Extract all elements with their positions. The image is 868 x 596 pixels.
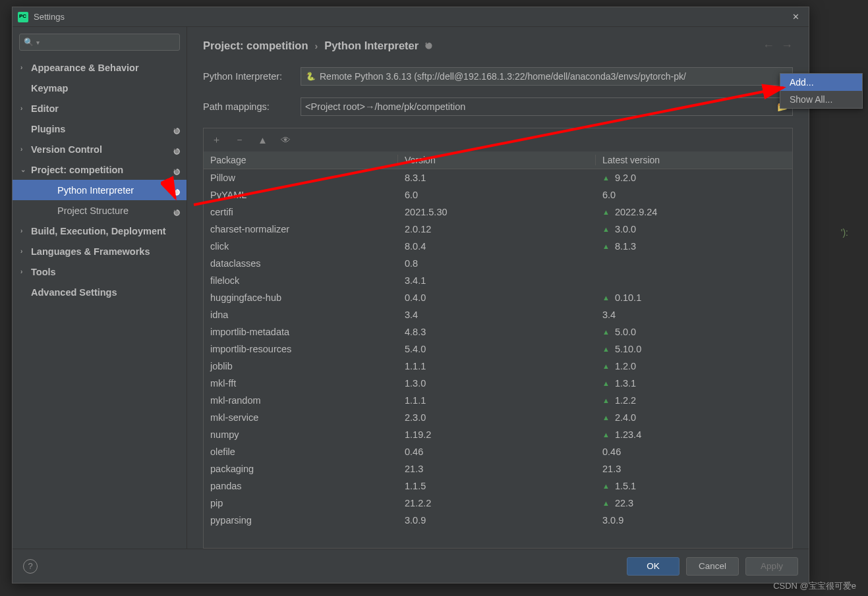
table-body[interactable]: Pillow8.3.1▲9.2.0PyYAML6.06.0certifi2021…: [204, 169, 792, 548]
sidebar-item[interactable]: ·Plugins: [13, 119, 187, 139]
table-row[interactable]: filelock3.4.1: [204, 272, 792, 289]
sidebar-item-label: Build, Execution, Deployment: [31, 226, 166, 236]
sidebar-item-label: Keymap: [31, 83, 68, 94]
sidebar-item[interactable]: ›Languages & Frameworks: [13, 241, 187, 261]
table-row[interactable]: importlib-metadata4.8.3▲5.0.0: [204, 323, 792, 340]
cell-version: 8.0.4: [398, 241, 596, 252]
table-row[interactable]: pip21.2.2▲22.3: [204, 495, 792, 512]
table-row[interactable]: certifi2021.5.30▲2022.9.24: [204, 203, 792, 221]
upgrade-available-icon: ▲: [602, 396, 610, 404]
mappings-value: <Project root>→/home/pk/competition: [305, 101, 465, 112]
nav-forward-icon[interactable]: →: [781, 39, 793, 53]
cell-latest: ▲8.1.3: [596, 241, 792, 252]
table-row[interactable]: numpy1.19.2▲1.23.4: [204, 426, 792, 443]
sidebar-item[interactable]: ·Project Structure: [13, 200, 187, 221]
sidebar-item[interactable]: ·Keymap: [13, 78, 187, 98]
cell-latest: 3.0.9: [596, 515, 792, 526]
cancel-button[interactable]: Cancel: [686, 557, 739, 576]
reset-icon[interactable]: [425, 40, 432, 52]
cell-package: PyYAML: [204, 190, 398, 200]
cell-package: olefile: [204, 447, 398, 457]
interpreter-combo[interactable]: 🐍 Remote Python 3.6.13 (sftp://dell@192.…: [301, 67, 793, 86]
table-row[interactable]: importlib-resources5.4.0▲5.10.0: [204, 340, 792, 358]
cell-package: idna: [204, 310, 398, 320]
header-package[interactable]: Package: [204, 155, 398, 165]
table-row[interactable]: dataclasses0.8: [204, 255, 792, 272]
table-row[interactable]: mkl-fft1.3.0▲1.3.1: [204, 375, 792, 392]
path-mappings-input[interactable]: <Project root>→/home/pk/competition 📁: [301, 97, 793, 116]
cell-package: numpy: [204, 429, 398, 440]
cell-latest: ▲1.23.4: [596, 429, 792, 440]
packages-table: ＋ － ▲ 👁 Package Version Latest version P…: [203, 128, 793, 549]
table-row[interactable]: mkl-random1.1.1▲1.2.2: [204, 392, 792, 409]
cell-version: 6.0: [398, 190, 596, 200]
cell-package: certifi: [204, 207, 398, 217]
modified-indicator-icon: [173, 187, 180, 194]
cell-package: pandas: [204, 481, 398, 491]
table-row[interactable]: pandas1.1.5▲1.5.1: [204, 477, 792, 495]
chevron-right-icon: ›: [20, 227, 31, 234]
sidebar-item[interactable]: ›Tools: [13, 261, 187, 282]
cell-latest: 21.3: [596, 464, 792, 474]
table-row[interactable]: joblib1.1.1▲1.2.0: [204, 358, 792, 375]
cell-version: 21.2.2: [398, 498, 596, 508]
cell-latest: ▲1.2.0: [596, 361, 792, 371]
sidebar-item[interactable]: ›Editor: [13, 98, 187, 119]
sidebar-item[interactable]: ›Appearance & Behavior: [13, 57, 187, 78]
sidebar-item[interactable]: ⌄Project: competition: [13, 159, 187, 180]
table-row[interactable]: mkl-service2.3.0▲2.4.0: [204, 409, 792, 426]
sidebar-item[interactable]: ·Advanced Settings: [13, 282, 187, 302]
modified-indicator-icon: [173, 146, 180, 153]
pycharm-icon: [18, 12, 28, 22]
table-row[interactable]: Pillow8.3.1▲9.2.0: [204, 169, 792, 186]
header-latest[interactable]: Latest version: [596, 155, 792, 165]
popup-add[interactable]: Add...: [780, 74, 862, 91]
cell-latest: ▲2.4.0: [596, 412, 792, 423]
cell-version: 1.1.1: [398, 361, 596, 371]
table-row[interactable]: click8.0.4▲8.1.3: [204, 238, 792, 255]
help-icon[interactable]: ?: [23, 559, 38, 574]
sidebar-item[interactable]: ›Build, Execution, Deployment: [13, 221, 187, 241]
header-version[interactable]: Version: [398, 155, 596, 165]
cell-version: 2.3.0: [398, 412, 596, 423]
mappings-label: Path mappings:: [203, 101, 301, 112]
upgrade-available-icon: ▲: [602, 208, 610, 216]
sidebar-item-label: Languages & Frameworks: [31, 246, 150, 257]
cell-latest: 6.0: [596, 190, 792, 200]
table-row[interactable]: packaging21.321.3: [204, 460, 792, 477]
upgrade-available-icon: ▲: [602, 328, 610, 336]
close-icon[interactable]: ✕: [788, 9, 803, 25]
table-row[interactable]: idna3.43.4: [204, 306, 792, 323]
settings-tree: ›Appearance & Behavior·Keymap›Editor·Plu…: [13, 57, 187, 549]
remove-package-icon[interactable]: －: [235, 134, 245, 146]
cell-package: click: [204, 241, 398, 252]
add-package-icon[interactable]: ＋: [212, 134, 221, 146]
background-code: '):: [841, 227, 848, 238]
sidebar-item[interactable]: ›Version Control: [13, 139, 187, 159]
show-early-releases-icon[interactable]: 👁: [281, 134, 291, 146]
cell-package: mkl-random: [204, 395, 398, 406]
cell-package: dataclasses: [204, 258, 398, 269]
upgrade-package-icon[interactable]: ▲: [258, 134, 268, 146]
search-input[interactable]: 🔍 ▾: [19, 34, 180, 51]
nav-back-icon[interactable]: ←: [763, 39, 774, 53]
table-row[interactable]: olefile0.460.46: [204, 443, 792, 460]
upgrade-available-icon: ▲: [602, 482, 610, 490]
ok-button[interactable]: OK: [627, 557, 680, 576]
sidebar-item[interactable]: ·Python Interpreter: [13, 180, 187, 200]
modified-indicator-icon: [173, 207, 180, 214]
table-row[interactable]: huggingface-hub0.4.0▲0.10.1: [204, 289, 792, 306]
upgrade-available-icon: ▲: [602, 225, 610, 233]
chevron-right-icon: ›: [20, 64, 31, 71]
table-row[interactable]: PyYAML6.06.0: [204, 186, 792, 203]
cell-latest: ▲1.3.1: [596, 378, 792, 389]
cell-version: 0.4.0: [398, 292, 596, 303]
popup-show-all[interactable]: Show All...: [780, 91, 862, 108]
table-row[interactable]: pyparsing3.0.93.0.9: [204, 512, 792, 529]
table-row[interactable]: charset-normalizer2.0.12▲3.0.0: [204, 221, 792, 238]
cell-package: huggingface-hub: [204, 292, 398, 303]
cell-latest: 3.4: [596, 310, 792, 320]
watermark: CSDN @宝宝很可爱e: [773, 580, 856, 592]
cell-latest: 0.46: [596, 447, 792, 457]
cell-latest: ▲5.10.0: [596, 344, 792, 354]
